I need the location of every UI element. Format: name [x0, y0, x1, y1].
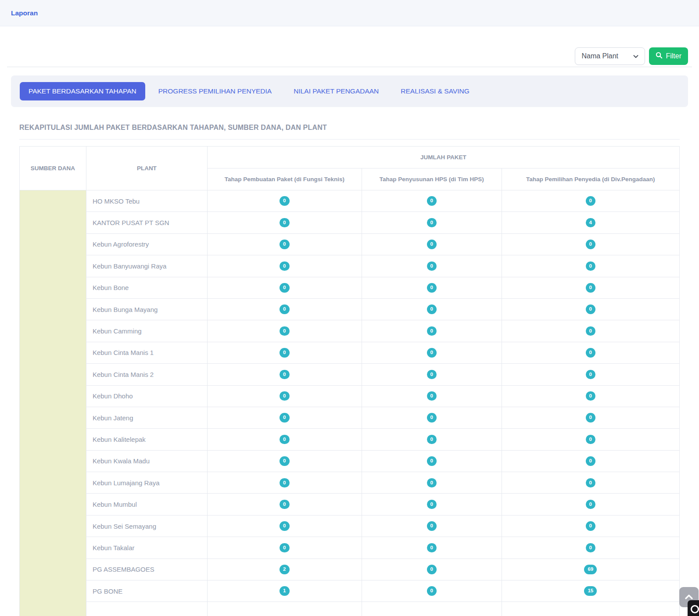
count-badge: 0: [427, 348, 437, 358]
plant-name-cell: Kebun Kwala Madu: [86, 450, 207, 472]
tab-nilai-paket-pengadaan[interactable]: NILAI PAKET PENGADAAN: [285, 82, 387, 100]
count-badge: 0: [280, 261, 289, 271]
stage-hps-cell: 0: [362, 298, 502, 320]
stage-pembuatan-cell: 0: [207, 255, 362, 277]
tab-progress-pemilihan-penyedia[interactable]: PROGRESS PEMILIHAN PENYEDIA: [150, 82, 280, 100]
count-badge: 2: [280, 565, 289, 574]
stage-pembuatan-cell: 0: [207, 190, 362, 212]
count-badge: 0: [427, 586, 437, 596]
plant-name-cell: Kebun Camming: [86, 320, 207, 342]
count-badge: 0: [586, 283, 595, 293]
stage-pemilihan-cell: 0: [502, 364, 679, 385]
stage-hps-cell: 0: [362, 342, 502, 363]
plant-name-cell: Kebun Banyuwangi Raya: [86, 255, 207, 277]
table-top-rule: [19, 139, 680, 140]
tab-band: PAKET BERDASARKAN TAHAPANPROGRESS PEMILI…: [11, 75, 688, 107]
count-badge: 0: [427, 218, 437, 228]
count-badge: 0: [427, 500, 437, 509]
count-badge: 0: [586, 456, 595, 466]
chevron-down-icon: [633, 52, 638, 60]
plant-name-cell: Kebun Sei Semayang: [86, 515, 207, 537]
table-row: Kebun Kwala Madu 0 0 0: [20, 450, 680, 472]
chevron-up-icon: [685, 594, 693, 601]
count-badge: 0: [427, 478, 437, 488]
count-badge: 0: [427, 240, 437, 249]
count-badge: 0: [280, 391, 289, 401]
count-badge: 0: [280, 413, 289, 423]
count-badge: 0: [427, 456, 437, 466]
count-badge: 0: [280, 500, 289, 509]
count-badge: 0: [280, 348, 289, 358]
table-row: Kebun Takalar 0 0 0: [20, 537, 680, 559]
table-row: HO MKSO Tebu 0 0 0: [20, 190, 680, 212]
stage-pembuatan-cell: 0: [207, 407, 362, 428]
stage-pemilihan-cell: 69: [502, 559, 679, 580]
stage-pemilihan-cell: 0: [502, 537, 679, 559]
header-stage-pemilihan: Tahap Pemilihan Penyedia (di Div.Pengada…: [502, 168, 679, 190]
tab-content: REKAPITULASI JUMLAH PAKET BERDASARKAN TA…: [11, 124, 688, 616]
stage-hps-cell: 0: [362, 364, 502, 385]
stage-hps-cell: 0: [362, 233, 502, 255]
plant-name-cell: Kebun Mumbul: [86, 494, 207, 515]
count-badge: 0: [586, 500, 595, 509]
breadcrumb-laporan[interactable]: Laporan: [11, 9, 38, 17]
table-row: PG BONE 1 0 15: [20, 580, 680, 602]
table-row: Kebun Lumajang Raya 0 0 0: [20, 472, 680, 494]
stage-pembuatan-cell: 0: [207, 472, 362, 494]
tab-paket-berdasarkan-tahapan[interactable]: PAKET BERDASARKAN TAHAPAN: [20, 82, 145, 100]
stage-pembuatan-cell: [207, 602, 362, 616]
count-badge: 0: [586, 543, 595, 553]
stage-pembuatan-cell: 0: [207, 320, 362, 342]
sumber-dana-merged-cell: [20, 190, 86, 616]
recap-table-header: SUMBER DANA PLANT JUMLAH PAKET Tahap Pem…: [20, 147, 680, 190]
recap-table-body: HO MKSO Tebu 0 0 0 KANTOR PUSAT PT SGN 0…: [20, 190, 680, 616]
table-row: [20, 602, 680, 616]
stage-pemilihan-cell: 0: [502, 342, 679, 363]
plant-name-cell: KANTOR PUSAT PT SGN: [86, 212, 207, 233]
count-badge: 0: [586, 478, 595, 488]
stage-hps-cell: 0: [362, 429, 502, 450]
tab-label: PROGRESS PEMILIHAN PENYEDIA: [158, 87, 272, 95]
corner-widget-button[interactable]: [688, 600, 699, 616]
filter-button[interactable]: Filter: [649, 47, 688, 65]
stage-pembuatan-cell: 1: [207, 580, 362, 602]
stage-pemilihan-cell: 0: [502, 298, 679, 320]
stage-pemilihan-cell: [502, 602, 679, 616]
count-badge: 0: [586, 370, 595, 380]
plant-name-cell: Kebun Kalitelepak: [86, 429, 207, 450]
count-badge: 0: [427, 543, 437, 553]
count-badge: 0: [427, 261, 437, 271]
stage-pembuatan-cell: 0: [207, 277, 362, 298]
plant-name-cell: Kebun Cinta Manis 1: [86, 342, 207, 363]
stage-pemilihan-cell: 0: [502, 277, 679, 298]
count-badge: 0: [586, 348, 595, 358]
stage-pembuatan-cell: 0: [207, 298, 362, 320]
stage-pembuatan-cell: 0: [207, 494, 362, 515]
count-badge: 0: [586, 521, 595, 531]
count-badge: 0: [586, 326, 595, 336]
count-badge: 0: [280, 196, 289, 206]
count-badge: 0: [427, 370, 437, 380]
plant-name-cell: PG BONE: [86, 580, 207, 602]
stage-pemilihan-cell: 15: [502, 580, 679, 602]
stage-pemilihan-cell: 0: [502, 429, 679, 450]
count-badge: 0: [280, 521, 289, 531]
table-row: KANTOR PUSAT PT SGN 0 0 4: [20, 212, 680, 233]
count-badge: 0: [427, 565, 437, 574]
table-row: Kebun Jateng 0 0 0: [20, 407, 680, 428]
stage-pembuatan-cell: 0: [207, 385, 362, 407]
filter-row: Nama Plant Filter: [11, 26, 688, 65]
stage-pemilihan-cell: 0: [502, 450, 679, 472]
tab-realisasi-saving[interactable]: REALISASI & SAVING: [392, 82, 478, 100]
stage-hps-cell: 0: [362, 212, 502, 233]
table-row: Kebun Mumbul 0 0 0: [20, 494, 680, 515]
stage-pembuatan-cell: 0: [207, 429, 362, 450]
report-card: Nama Plant Filter PAKET BERDASARKAN TAHA…: [0, 26, 699, 616]
table-row: Kebun Kalitelepak 0 0 0: [20, 429, 680, 450]
header-plant: PLANT: [86, 147, 207, 190]
plant-filter-select[interactable]: Nama Plant: [575, 47, 645, 65]
stage-pemilihan-cell: 0: [502, 494, 679, 515]
table-row: Kebun Sei Semayang 0 0 0: [20, 515, 680, 537]
stage-hps-cell: 0: [362, 494, 502, 515]
plant-name-cell: [86, 602, 207, 616]
